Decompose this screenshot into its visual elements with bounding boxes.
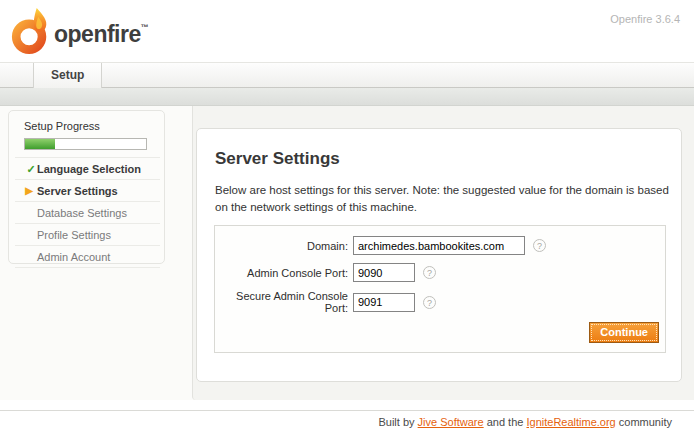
domain-label: Domain:: [215, 240, 353, 252]
progress-bar: [24, 138, 147, 150]
progress-fill: [25, 139, 55, 149]
checkmark-icon: ✓: [25, 158, 37, 180]
settings-fieldset: Domain: ? Admin Console Port: ? Secure A…: [214, 225, 666, 353]
step-label: Database Settings: [37, 207, 127, 219]
step-profile-settings: Profile Settings: [15, 224, 160, 246]
secure-port-row: Secure Admin Console Port: ?: [215, 290, 665, 314]
footer-divider: [0, 410, 694, 411]
tab-bar: Setup: [0, 62, 694, 88]
openfire-flame-logo-icon: [10, 7, 52, 55]
footer-text-prefix: Built by: [378, 416, 417, 428]
igniterealtime-link[interactable]: IgniteRealtime.org: [526, 416, 615, 428]
openfire-setup-page: openfire™ Openfire 3.6.4 Setup Setup Pro…: [0, 0, 694, 438]
domain-row: Domain: ?: [215, 236, 665, 255]
step-server-settings: ▶ Server Settings: [15, 180, 160, 202]
secure-port-input[interactable]: [353, 293, 415, 312]
setup-steps-list: ✓ Language Selection ▶ Server Settings D…: [15, 157, 160, 268]
footer-text-middle: and the: [484, 416, 527, 428]
help-icon[interactable]: ?: [423, 296, 436, 309]
footer-credits: Built by Jive Software and the IgniteRea…: [378, 416, 672, 428]
setup-progress-sidebar: Setup Progress ✓ Language Selection ▶ Se…: [8, 110, 165, 264]
step-label: Server Settings: [37, 185, 118, 197]
jive-software-link[interactable]: Jive Software: [418, 416, 484, 428]
continue-button[interactable]: Continue: [589, 322, 659, 343]
version-label: Openfire 3.6.4: [610, 13, 680, 25]
subnav-strip: [0, 88, 694, 106]
admin-port-input[interactable]: [353, 263, 415, 282]
step-database-settings: Database Settings: [15, 202, 160, 224]
setup-progress-title: Setup Progress: [9, 111, 164, 132]
step-label: Language Selection: [37, 163, 141, 175]
tab-setup[interactable]: Setup: [33, 63, 102, 88]
server-settings-panel: Server Settings Below are host settings …: [196, 128, 682, 382]
brand-wordmark: openfire™: [54, 21, 148, 48]
trademark-symbol: ™: [141, 23, 149, 32]
current-step-arrow-icon: ▶: [23, 180, 35, 202]
step-label: Admin Account: [37, 251, 110, 263]
domain-input[interactable]: [353, 236, 525, 255]
footer-text-suffix: community: [616, 416, 672, 428]
page-title: Server Settings: [215, 149, 681, 169]
admin-port-row: Admin Console Port: ?: [215, 263, 665, 282]
help-icon[interactable]: ?: [533, 239, 546, 252]
secure-port-label: Secure Admin Console Port:: [215, 290, 353, 314]
page-description: Below are host settings for this server.…: [215, 182, 680, 217]
step-admin-account: Admin Account: [15, 246, 160, 268]
header: openfire™ Openfire 3.6.4: [0, 0, 694, 62]
admin-port-label: Admin Console Port:: [215, 267, 353, 279]
step-language-selection: ✓ Language Selection: [15, 158, 160, 180]
help-icon[interactable]: ?: [423, 266, 436, 279]
step-label: Profile Settings: [37, 229, 111, 241]
